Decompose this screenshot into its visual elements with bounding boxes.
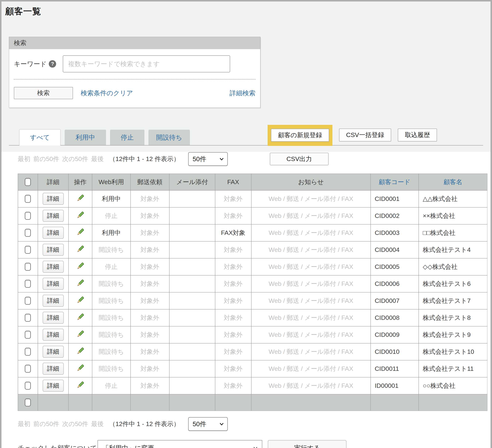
customer-name: □□株式会社 [419,224,487,241]
header-customer-code-sort[interactable]: 顧客コード [371,174,419,190]
tabs-row: すべて 利用中 停止 開設待ち 顧客の新規登録 CSV一括登録 取込履歴 [9,129,483,145]
edit-pencil-icon[interactable] [76,296,85,304]
edit-pencil-icon[interactable] [76,228,85,236]
clear-search-link[interactable]: 検索条件のクリア [81,89,133,98]
page-size-value: 50件 [193,420,206,428]
row-select-cell [18,377,38,394]
toolbar: 顧客の新規登録 CSV一括登録 取込履歴 [268,125,437,145]
detail-button[interactable]: 詳細 [43,380,64,392]
mail-attach-status [169,360,215,377]
header-notice: お知らせ [251,174,371,190]
tab-awaiting-opening[interactable]: 開設待ち [148,130,190,145]
detail-button[interactable]: 詳細 [43,363,64,375]
row-checkbox[interactable] [25,195,31,203]
customer-code: CID0007 [371,292,419,309]
customer-code: CID0009 [371,326,419,343]
edit-pencil-icon[interactable] [76,245,85,253]
execute-button[interactable]: 実行する [268,440,347,448]
edit-pencil-icon[interactable] [76,262,85,270]
pager-summary: （12件中 1 - 12 件表示） [109,420,180,428]
detail-button[interactable]: 詳細 [43,244,64,256]
detail-button[interactable]: 詳細 [43,295,64,307]
footer-select-all-checkbox[interactable] [25,398,31,407]
csv-bulk-register-button[interactable]: CSV一括登録 [339,129,391,142]
bulk-action-select[interactable]: 「利用中」に変更 [98,440,262,448]
pager-first-link[interactable]: 最初 [18,155,30,163]
row-select-cell [18,258,38,275]
row-checkbox[interactable] [25,365,31,373]
select-all-checkbox[interactable] [25,178,31,186]
import-history-button[interactable]: 取込履歴 [398,129,437,142]
pager-prev-link[interactable]: 前の50件 [33,420,59,428]
row-checkbox[interactable] [25,280,31,288]
row-checkbox[interactable] [25,229,31,237]
search-button[interactable]: 検索 [14,87,73,99]
tab-all[interactable]: すべて [19,129,61,145]
row-checkbox[interactable] [25,331,31,339]
detail-button[interactable]: 詳細 [43,346,64,358]
detail-button[interactable]: 詳細 [43,278,64,290]
edit-pencil-icon[interactable] [76,194,85,202]
tab-stopped[interactable]: 停止 [110,130,144,145]
edit-pencil-icon[interactable] [76,364,85,372]
edit-pencil-icon[interactable] [76,279,85,287]
search-panel-title: 検索 [9,37,260,49]
detail-button[interactable]: 詳細 [43,210,64,222]
notice-options: Web / 郵送 / メール添付 / FAX [251,207,371,224]
select-all-cell [18,174,38,190]
pager-next-link[interactable]: 次の50件 [62,420,88,428]
keyword-label: キーワード [14,60,47,68]
customer-row: 詳細開設待ち対象外対象外Web / 郵送 / メール添付 / FAXCID000… [18,275,487,292]
pager-prev-link[interactable]: 前の50件 [33,155,59,163]
detail-button[interactable]: 詳細 [43,261,64,273]
row-checkbox[interactable] [25,246,31,254]
pager-next-link[interactable]: 次の50件 [62,155,88,163]
customer-row: 詳細停止対象外対象外Web / 郵送 / メール添付 / FAXID00001○… [18,377,487,394]
tab-in-use[interactable]: 利用中 [65,130,106,145]
row-checkbox[interactable] [25,297,31,305]
customer-name: 株式会社テスト10 [419,343,487,360]
detail-button[interactable]: 詳細 [43,227,64,239]
notice-options: Web / 郵送 / メール添付 / FAX [251,224,371,241]
header-customer-name-sort[interactable]: 顧客名 [419,174,487,190]
page-size-select[interactable]: 50件 [188,152,228,166]
edit-pencil-icon[interactable] [76,313,85,321]
fax-status: FAX対象 [215,224,251,241]
customer-code: ID00001 [371,377,419,394]
edit-pencil-icon[interactable] [76,381,85,389]
advanced-search-link[interactable]: 詳細検索 [230,89,256,98]
mail-attach-status [169,343,215,360]
customer-code: CID0010 [371,343,419,360]
mail-attach-status [169,275,215,292]
row-checkbox[interactable] [25,348,31,356]
page-size-select[interactable]: 50件 [188,417,228,431]
edit-pencil-icon[interactable] [76,211,85,219]
edit-pencil-icon[interactable] [76,347,85,355]
csv-export-button[interactable]: CSV出力 [270,153,328,165]
notice-options: Web / 郵送 / メール添付 / FAX [251,360,371,377]
pager-first-link[interactable]: 最初 [18,420,30,428]
mail-attach-status [169,241,215,258]
customer-name: 株式会社テスト6 [419,275,487,292]
help-icon[interactable]: ? [49,60,56,68]
row-select-cell [18,360,38,377]
detail-button[interactable]: 詳細 [43,312,64,324]
row-checkbox[interactable] [25,314,31,322]
table-footer-row [18,394,487,411]
pager-last-link[interactable]: 最後 [91,155,104,163]
bulk-action-bar: チェックした顧客について 「利用中」に変更 実行する [18,440,486,448]
row-checkbox[interactable] [25,382,31,390]
row-select-cell [18,241,38,258]
detail-button[interactable]: 詳細 [43,193,64,205]
customer-row: 詳細停止対象外対象外Web / 郵送 / メール添付 / FAXCID0005◇… [18,258,487,275]
detail-button[interactable]: 詳細 [43,329,64,341]
notice-options: Web / 郵送 / メール添付 / FAX [251,309,371,326]
pager-last-link[interactable]: 最後 [91,420,104,428]
fax-status: 対象外 [215,241,251,258]
row-checkbox[interactable] [25,263,31,271]
notice-options: Web / 郵送 / メール添付 / FAX [251,275,371,292]
keyword-search-input[interactable] [63,55,230,72]
register-customer-button[interactable]: 顧客の新規登録 [271,129,329,142]
edit-pencil-icon[interactable] [76,330,85,338]
row-checkbox[interactable] [25,212,31,220]
